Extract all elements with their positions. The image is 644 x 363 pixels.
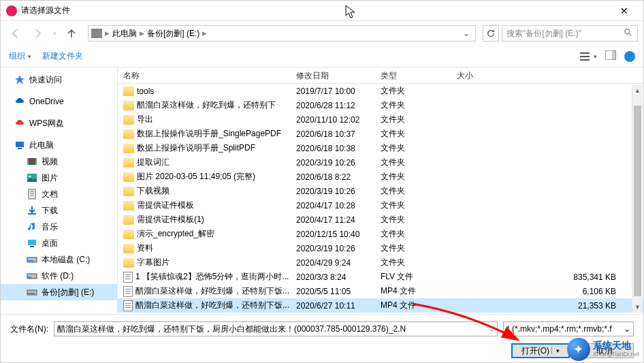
recent-dropdown[interactable]: ▾ xyxy=(50,24,59,43)
col-size[interactable]: 大小 xyxy=(451,67,643,83)
file-row[interactable]: 图片 2020-03-05 11;49;05 (完整)2020/6/18 8:2… xyxy=(118,170,643,184)
sidebar-music[interactable]: 音乐 xyxy=(1,219,117,235)
file-row[interactable]: 提取词汇2020/3/19 10:26文件夹 xyxy=(118,155,643,170)
file-row[interactable]: 数据上报操作说明手册_SplitPDF2020/6/18 10:38文件夹 xyxy=(118,141,643,155)
file-row[interactable]: 数据上报操作说明手册_SinglePagePDF2020/6/18 10:37文… xyxy=(118,127,643,141)
sidebar-wps[interactable]: WPS网盘 xyxy=(1,115,117,131)
close-button[interactable]: ✕ xyxy=(611,1,638,21)
breadcrumb-thispc[interactable]: 此电脑 xyxy=(112,28,137,40)
file-row[interactable]: 需提供证件模板(1)2020/4/17 11:24文件夹 xyxy=(118,212,643,227)
watermark-text-cn: 系统天地 xyxy=(593,341,639,351)
file-type: 文件夹 xyxy=(375,200,451,211)
folder-icon xyxy=(123,244,134,253)
folder-icon xyxy=(123,187,134,196)
file-date: 2019/7/17 10:00 xyxy=(291,86,375,96)
file-date: 2020/11/10 12:02 xyxy=(291,115,375,125)
sidebar-documents[interactable]: 文档 xyxy=(1,186,117,202)
sidebar-desktop[interactable]: 桌面 xyxy=(1,235,117,251)
sidebar-pictures[interactable]: 图片 xyxy=(1,170,117,186)
file-row[interactable]: 1 【笑镇惊魂2】恐怖5分钟，逛街两小时...2020/3/3 8:24FLV … xyxy=(118,270,643,284)
address-dropdown[interactable]: ⌄ xyxy=(460,29,472,38)
sidebar-disk-d[interactable]: 软件 (D:) xyxy=(1,268,117,284)
filename-label: 文件名(N): xyxy=(10,323,48,335)
search-icon xyxy=(624,28,633,40)
col-name[interactable]: 名称 xyxy=(118,67,291,83)
filename-input[interactable]: 醋溜白菜这样做，好吃到爆，还特别下饭，厨房小白都能做出来！(000037.785… xyxy=(54,321,498,336)
file-icon xyxy=(123,272,133,283)
file-name: 演示_encrypted_解密 xyxy=(137,228,214,240)
file-date: 2020/5/5 11:05 xyxy=(291,287,375,296)
view-options-button[interactable]: ▾ xyxy=(580,52,597,61)
help-button[interactable]: ? xyxy=(624,51,635,62)
search-input[interactable]: 搜索"备份[勿删] (E:)" xyxy=(502,25,638,42)
sidebar-downloads[interactable]: 下载 xyxy=(1,202,117,219)
folder-icon xyxy=(123,144,134,153)
file-date: 2020/4/29 9:24 xyxy=(291,258,375,268)
file-row[interactable]: 演示_encrypted_解密2020/12/15 10:40文件夹 xyxy=(118,227,643,241)
file-type: 文件夹 xyxy=(375,214,451,225)
sidebar: 快速访问 OneDrive WPS网盘 此电脑 视频 xyxy=(1,67,118,314)
col-type[interactable]: 类型 xyxy=(375,67,451,83)
filetype-filter[interactable]: * (*.mkv;*.mp4;*.rm;*.rmvb;*.f ⌄ xyxy=(503,321,634,336)
file-date: 2020/6/18 10:37 xyxy=(291,129,375,139)
file-row[interactable]: 醋溜白菜这样做，好吃到爆，还特别下饭...2020/5/5 11:05MP4 文… xyxy=(118,284,643,298)
svg-rect-9 xyxy=(27,158,29,165)
svg-rect-7 xyxy=(18,148,22,149)
address-bar[interactable]: ▶ 此电脑 ▶ 备份[勿删] (E:) ▶ ⌄ xyxy=(88,25,476,42)
file-row[interactable]: 下载视频2020/3/19 10:26文件夹 xyxy=(118,184,643,198)
file-row[interactable]: 醋溜白菜这样做，好吃到爆，还特别下2020/6/28 11:12文件夹 xyxy=(118,98,643,112)
scrollbar-thumb[interactable] xyxy=(634,106,641,296)
svg-rect-21 xyxy=(28,293,35,294)
up-button[interactable] xyxy=(62,24,81,43)
file-date: 2020/4/17 11:24 xyxy=(291,215,375,225)
file-row[interactable]: tools2019/7/17 10:00文件夹 xyxy=(118,84,643,98)
app-icon xyxy=(6,5,17,16)
sidebar-quick-access[interactable]: 快速访问 xyxy=(1,72,117,88)
forward-button[interactable] xyxy=(28,24,47,43)
file-row[interactable]: 资料2020/3/19 10:26文件夹 xyxy=(118,241,643,255)
file-name: 需提供证件模板(1) xyxy=(137,214,204,225)
sidebar-thispc[interactable]: 此电脑 xyxy=(1,137,117,153)
file-row[interactable]: 需提供证件模板2020/4/17 10:28文件夹 xyxy=(118,198,643,212)
file-name: 醋溜白菜这样做，好吃到爆，还特别下 xyxy=(137,99,276,111)
file-size: 6,106 KB xyxy=(451,287,643,296)
footer: 文件名(N): 醋溜白菜这样做，好吃到爆，还特别下饭，厨房小白都能做出来！(00… xyxy=(1,314,643,363)
back-button[interactable] xyxy=(6,24,25,43)
chevron-right-icon: ▶ xyxy=(201,30,208,37)
watermark-text-en: XiTongTianDi.net xyxy=(593,351,639,358)
sidebar-video[interactable]: 视频 xyxy=(1,153,117,170)
file-rows: tools2019/7/17 10:00文件夹醋溜白菜这样做，好吃到爆，还特别下… xyxy=(118,84,643,314)
refresh-button[interactable] xyxy=(483,25,499,42)
folder-icon xyxy=(123,258,134,268)
sidebar-disk-c[interactable]: 本地磁盘 (C:) xyxy=(1,251,117,268)
file-type: 文件夹 xyxy=(375,99,451,111)
file-row[interactable]: 导出2020/11/10 12:02文件夹 xyxy=(118,112,643,127)
file-icon xyxy=(123,286,133,297)
filter-dropdown-icon[interactable]: ⌄ xyxy=(624,324,630,334)
new-folder-button[interactable]: 新建文件夹 xyxy=(42,50,83,62)
svg-point-12 xyxy=(29,176,31,178)
col-date[interactable]: 修改日期 xyxy=(291,67,375,83)
breadcrumb-drive[interactable]: 备份[勿删] (E:) xyxy=(147,28,199,40)
sidebar-onedrive[interactable]: OneDrive xyxy=(1,93,117,110)
folder-icon xyxy=(123,201,134,210)
organize-button[interactable]: 组织▾ xyxy=(9,50,31,62)
scrollbar-vertical[interactable]: ▲ ▼ xyxy=(632,85,643,313)
scroll-down-icon[interactable]: ▼ xyxy=(632,302,643,313)
filename-dropdown-icon[interactable]: ⌄ xyxy=(489,326,494,332)
scroll-up-icon[interactable]: ▲ xyxy=(632,85,643,96)
file-date: 2020/3/19 10:26 xyxy=(291,244,375,253)
svg-rect-17 xyxy=(28,260,33,262)
file-row[interactable]: 字幕图片2020/4/29 9:24文件夹 xyxy=(118,255,643,270)
svg-rect-15 xyxy=(30,246,34,247)
file-name: 醋溜白菜这样做，好吃到爆，还特别下饭... xyxy=(135,285,289,297)
file-date: 2020/6/18 10:38 xyxy=(291,144,375,153)
preview-pane-button[interactable] xyxy=(605,50,616,63)
file-row[interactable]: 醋溜白菜这样做，好吃到爆，还特别下饭...2020/6/27 10:11MP4 … xyxy=(118,298,643,313)
svg-rect-6 xyxy=(16,142,24,147)
open-button[interactable]: 打开(O) ▾ xyxy=(511,343,570,358)
file-list: 名称 修改日期 类型 大小 tools2019/7/17 10:00文件夹醋溜白… xyxy=(118,67,643,314)
file-date: 2020/3/19 10:26 xyxy=(291,187,375,196)
sidebar-disk-e[interactable]: 备份[勿删] (E:) xyxy=(1,284,117,300)
file-type: 文件夹 xyxy=(375,171,451,183)
